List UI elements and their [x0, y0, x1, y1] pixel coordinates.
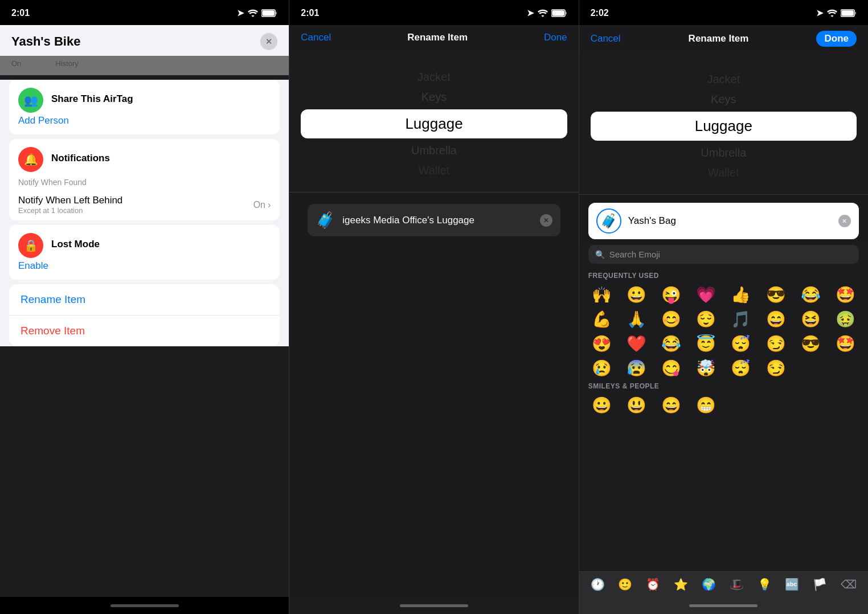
emoji-8[interactable]: 🤩	[829, 283, 862, 306]
emoji-1[interactable]: 🙌	[585, 283, 619, 306]
search-placeholder: Search Emoji	[609, 249, 660, 259]
lost-text-group: Lost Mode	[51, 233, 100, 250]
svg-rect-5	[552, 10, 564, 15]
emoji-7[interactable]: 😂	[794, 283, 828, 306]
notify-left-behind-row[interactable]: Notify When Left Behind Except at 1 loca…	[9, 189, 280, 220]
emoji-26[interactable]: 😰	[620, 357, 653, 380]
emoji-28[interactable]: 🤯	[689, 357, 723, 380]
clear-input-button-3[interactable]: ✕	[838, 215, 851, 227]
picker-item-umbrella-faded: Umbrella	[289, 141, 578, 161]
picker-selected-bg: Luggage	[301, 109, 567, 138]
emoji-30[interactable]: 😏	[759, 357, 792, 380]
toolbar-flag[interactable]: 🏳️	[813, 578, 827, 591]
notifications-label: Notifications	[51, 153, 110, 164]
emoji-29[interactable]: 😴	[724, 357, 758, 380]
search-icon: 🔍	[595, 250, 605, 259]
lock-icon: 🔒	[24, 239, 38, 252]
home-bar-2	[400, 604, 468, 607]
enable-link[interactable]: Enable	[9, 260, 280, 280]
name-input-field-3[interactable]	[628, 215, 832, 227]
toolbar-clock[interactable]: 🕐	[591, 578, 605, 591]
panel1: 2:01 ➤ Yash's Bike ✕ On History 👥	[0, 0, 289, 614]
location-icon: ➤	[237, 8, 244, 18]
status-bar-3: 2:02 ➤	[579, 0, 868, 25]
bell-icon: 🔔	[24, 153, 38, 166]
location-icon-2: ➤	[527, 8, 534, 18]
picker3-selected-bg: Luggage	[591, 112, 857, 141]
emoji-11[interactable]: 😊	[654, 308, 688, 331]
clear-input-button-2[interactable]: ✕	[540, 214, 552, 227]
picker-item-luggage[interactable]: Luggage	[301, 115, 567, 133]
emoji-21[interactable]: 😴	[724, 332, 758, 355]
toolbar-alarm[interactable]: ⏰	[646, 578, 660, 591]
rename-item-button[interactable]: Rename Item	[9, 284, 280, 316]
remove-item-button[interactable]: Remove Item	[9, 316, 280, 346]
add-person-link[interactable]: Add Person	[9, 115, 280, 134]
done-button-2[interactable]: Done	[544, 31, 567, 44]
emoji-25[interactable]: 😢	[585, 357, 619, 380]
toolbar-smile[interactable]: 🙂	[618, 578, 632, 591]
name-input-row-2: 🧳 ✕	[308, 204, 560, 236]
lost-mode-label: Lost Mode	[51, 239, 100, 250]
name-input-row-3: 🧳 ✕	[588, 203, 859, 239]
emoji-22[interactable]: 😏	[759, 332, 792, 355]
name-input-field-2[interactable]	[342, 215, 533, 226]
picker-item-wallet-faded: Wallet	[289, 161, 578, 181]
emoji-search-bar[interactable]: 🔍 Search Emoji	[588, 245, 859, 264]
people-icon: 👥	[24, 93, 38, 107]
toolbar-abc[interactable]: 🔤	[785, 578, 799, 591]
emoji-20[interactable]: 😇	[689, 332, 723, 355]
emoji-9[interactable]: 💪	[585, 308, 619, 331]
picker3-wallet: Wallet	[579, 163, 868, 183]
status-icons-2: ➤	[527, 8, 567, 18]
emoji-10[interactable]: 🙏	[620, 308, 653, 331]
emoji-icon-circle[interactable]: 🧳	[596, 208, 621, 234]
emoji-14[interactable]: 😄	[759, 308, 792, 331]
time-3: 2:02	[591, 8, 609, 18]
picker3-luggage[interactable]: Luggage	[591, 117, 857, 135]
s-emoji-4[interactable]: 😁	[689, 394, 723, 417]
svg-rect-8	[841, 10, 853, 15]
emoji-15[interactable]: 😆	[794, 308, 828, 331]
s-emoji-1[interactable]: 😀	[585, 394, 619, 417]
done-button-3[interactable]: Done	[816, 31, 857, 47]
share-text-group: Share This AirTag	[51, 88, 133, 105]
toolbar-backspace[interactable]: ⌫	[841, 578, 857, 591]
s-emoji-3[interactable]: 😄	[654, 394, 688, 417]
svg-rect-4	[565, 12, 567, 15]
toolbar-hat[interactable]: 🎩	[730, 578, 744, 591]
emoji-6[interactable]: 😎	[759, 283, 792, 306]
input-area-3: 🧳 ✕	[579, 195, 868, 245]
emoji-2[interactable]: 😀	[620, 283, 653, 306]
cancel-button-3[interactable]: Cancel	[591, 32, 621, 46]
emoji-17[interactable]: 😍	[585, 332, 619, 355]
emoji-27[interactable]: 😋	[654, 357, 688, 380]
cancel-button-2[interactable]: Cancel	[301, 31, 331, 44]
rename-remove-card: Rename Item Remove Item	[9, 284, 280, 346]
toolbar-lightbulb[interactable]: 💡	[758, 578, 772, 591]
toolbar-globe[interactable]: 🌍	[702, 578, 716, 591]
emoji-16[interactable]: 🤢	[829, 308, 862, 331]
emoji-3[interactable]: 😜	[654, 283, 688, 306]
emoji-4[interactable]: 💗	[689, 283, 723, 306]
picker-container-3: Jacket Keys Luggage Umbrella Wallet	[579, 52, 868, 194]
emoji-23[interactable]: 😎	[794, 332, 828, 355]
emoji-24[interactable]: 🤩	[829, 332, 862, 355]
status-icons-1: ➤	[237, 8, 277, 18]
battery-icon	[261, 9, 277, 17]
s-emoji-2[interactable]: 😃	[620, 394, 653, 417]
emoji-18[interactable]: ❤️	[620, 332, 653, 355]
lock-icon-circle: 🔒	[18, 233, 43, 258]
notif-icon-circle: 🔔	[18, 147, 43, 172]
close-button[interactable]: ✕	[260, 33, 277, 50]
notif-text-group: Notifications	[51, 147, 110, 164]
emoji-19[interactable]: 😂	[654, 332, 688, 355]
status-icons-3: ➤	[816, 8, 857, 18]
emoji-12[interactable]: 😌	[689, 308, 723, 331]
toolbar-star[interactable]: ⭐	[674, 578, 688, 591]
emoji-5[interactable]: 👍	[724, 283, 758, 306]
home-bar-1	[110, 604, 179, 607]
chevron-right-icon: ›	[268, 200, 271, 210]
emoji-13[interactable]: 🎵	[724, 308, 758, 331]
panel1-scroll: 👥 Share This AirTag Add Person 🔔 Notific…	[0, 75, 289, 597]
